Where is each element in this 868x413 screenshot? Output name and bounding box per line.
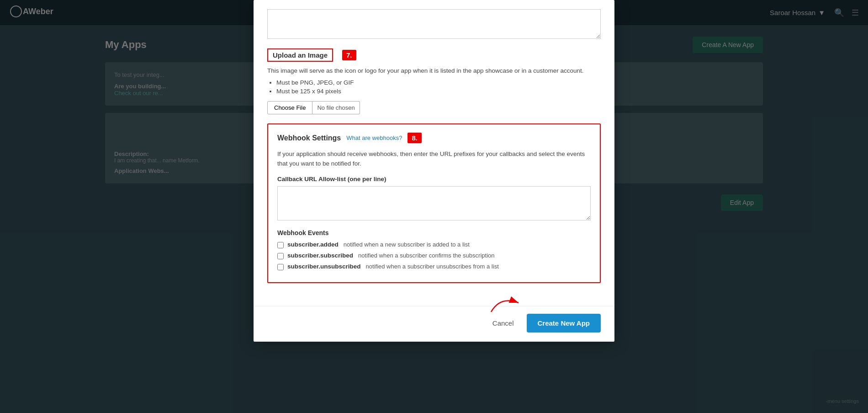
event-row-unsubscribed: subscriber.unsubscribed notified when a … (277, 263, 591, 270)
event-unsubscribed-name: subscriber.unsubscribed (287, 263, 361, 270)
event-added-name: subscriber.added (287, 241, 339, 248)
event-subscribed-checkbox[interactable] (277, 253, 284, 259)
modal-body: Upload an Image 7. This image will serve… (254, 0, 614, 306)
file-input-row: Choose File No file chosen (267, 101, 601, 114)
event-subscribed-desc: notified when a subscriber confirms the … (355, 252, 495, 259)
event-row-subscribed: subscriber.subscribed notified when a su… (277, 252, 591, 259)
what-are-webhooks-link[interactable]: What are webhooks? (346, 134, 402, 141)
webhook-description: If your application should receive webho… (277, 150, 591, 168)
step-8-badge: 8. (408, 133, 422, 143)
webhook-settings-section: Webhook Settings What are webhooks? 8. I… (267, 123, 601, 283)
webhook-header: Webhook Settings What are webhooks? 8. (277, 133, 591, 143)
requirement-1: Must be PNG, JPEG, or GIF (276, 79, 601, 86)
event-row-added: subscriber.added notified when a new sub… (277, 241, 591, 248)
callback-url-textarea[interactable] (277, 186, 591, 220)
event-unsubscribed-checkbox[interactable] (277, 264, 284, 270)
webhook-title: Webhook Settings (277, 134, 341, 142)
upload-requirements: Must be PNG, JPEG, or GIF Must be 125 x … (267, 79, 601, 95)
event-subscribed-name: subscriber.subscribed (287, 252, 353, 259)
upload-image-label: Upload an Image (267, 48, 333, 62)
upload-image-section: Upload an Image 7. This image will serve… (267, 48, 601, 114)
create-app-modal: Upload an Image 7. This image will serve… (254, 0, 614, 342)
event-added-checkbox[interactable] (277, 242, 284, 248)
event-added-desc: notified when a new subscriber is added … (340, 241, 470, 248)
step-7-badge: 7. (342, 50, 356, 60)
upload-description: This image will serve as the icon or log… (267, 66, 601, 75)
choose-file-button[interactable]: Choose File (267, 101, 312, 114)
no-file-chosen-text: No file chosen (312, 101, 360, 114)
requirement-2: Must be 125 x 94 pixels (276, 88, 601, 95)
callback-url-label: Callback URL Allow-list (one per line) (277, 176, 591, 182)
top-textarea[interactable] (267, 9, 601, 39)
modal-footer: Cancel Create New App (254, 306, 614, 342)
create-new-app-button[interactable]: Create New App (527, 314, 601, 333)
event-unsubscribed-desc: notified when a subscriber unsubscribes … (362, 263, 498, 270)
cancel-button[interactable]: Cancel (487, 316, 519, 331)
webhook-events-title: Webhook Events (277, 229, 591, 236)
